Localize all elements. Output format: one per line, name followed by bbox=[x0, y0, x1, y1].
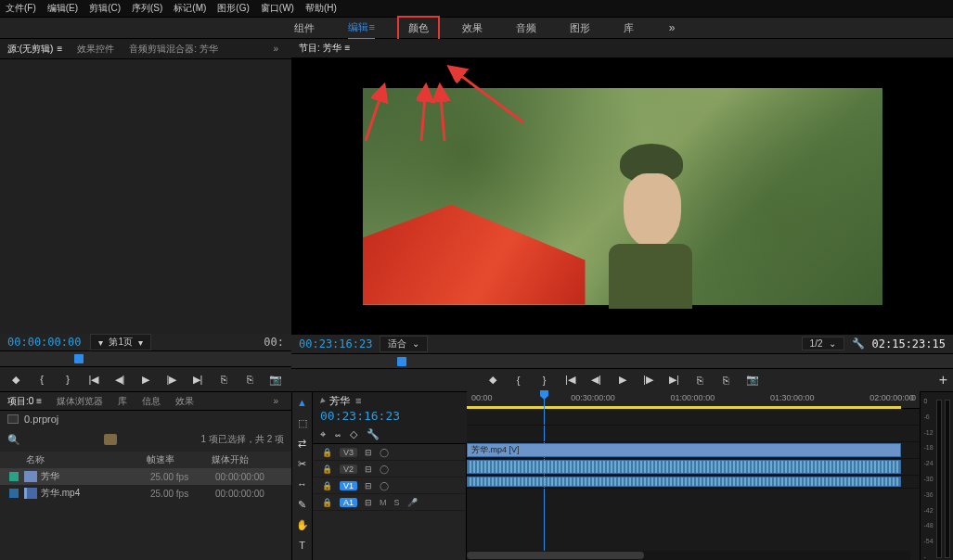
step-back-button[interactable]: ◀| bbox=[590, 374, 603, 387]
tab-project[interactable]: 项目:0 ≡ bbox=[0, 395, 49, 408]
hand-tool[interactable]: ✋ bbox=[296, 518, 309, 531]
menu-sequence[interactable]: 序列(S) bbox=[132, 2, 162, 15]
sync-lock-icon[interactable]: ⊟ bbox=[365, 481, 372, 490]
column-framerate[interactable]: 帧速率 bbox=[147, 453, 212, 466]
sync-lock-icon[interactable]: ⊟ bbox=[365, 448, 372, 457]
step-forward-button[interactable]: |▶ bbox=[165, 373, 178, 386]
lock-icon[interactable]: 🔒 bbox=[322, 498, 332, 507]
tab-effect-controls[interactable]: 效果控件 bbox=[70, 43, 122, 56]
goto-in-button[interactable]: |◀ bbox=[564, 374, 577, 387]
track-target[interactable]: V1 bbox=[340, 481, 357, 490]
goto-out-button[interactable]: ▶| bbox=[668, 374, 681, 387]
step-forward-button[interactable]: |▶ bbox=[642, 374, 655, 387]
video-clip[interactable]: 芳华.mp4 [V] bbox=[467, 443, 901, 457]
panel-overflow-icon[interactable]: » bbox=[265, 44, 286, 54]
slip-tool[interactable]: ↔ bbox=[296, 477, 309, 490]
mark-in-button[interactable]: { bbox=[512, 374, 525, 387]
project-item-video[interactable]: 芳华.mp4 25.00 fps 00:00:00:00 bbox=[0, 485, 291, 502]
workspace-audio[interactable]: 音频 bbox=[516, 21, 536, 35]
workspace-menu-icon[interactable]: ≡ bbox=[368, 21, 374, 32]
source-time-ruler[interactable] bbox=[0, 350, 291, 367]
sync-lock-icon[interactable]: ⊟ bbox=[365, 465, 372, 474]
workspace-graphics[interactable]: 图形 bbox=[570, 21, 590, 35]
ripple-edit-tool[interactable]: ⇄ bbox=[296, 437, 309, 450]
timeline-settings-icon[interactable]: 🔧 bbox=[367, 428, 380, 440]
timeline-h-scrollbar[interactable] bbox=[467, 551, 910, 560]
audio-clip[interactable] bbox=[467, 477, 901, 487]
column-media-start[interactable]: 媒体开始 bbox=[212, 453, 249, 466]
tab-effects-lower[interactable]: 效果 bbox=[168, 395, 201, 408]
workspace-effects[interactable]: 效果 bbox=[462, 21, 483, 35]
eye-icon[interactable]: ◯ bbox=[380, 465, 389, 474]
mark-in-button[interactable]: { bbox=[35, 373, 48, 386]
track-header-v1[interactable]: 🔒 V1 ⊟ ◯ bbox=[313, 477, 466, 494]
insert-button[interactable]: ⎘ bbox=[217, 373, 230, 386]
tab-audio-clip-mixer[interactable]: 音频剪辑混合器: 芳华 bbox=[122, 43, 225, 56]
export-frame-button[interactable]: 📷 bbox=[746, 374, 759, 387]
search-icon[interactable]: 🔍 bbox=[7, 434, 20, 446]
tab-libraries[interactable]: 库 bbox=[110, 395, 135, 408]
column-name[interactable]: 名称 bbox=[26, 453, 147, 466]
workspace-color[interactable]: 颜色 bbox=[397, 16, 440, 41]
snap-toggle[interactable]: ⌖ bbox=[320, 428, 326, 440]
pen-tool[interactable]: ✎ bbox=[296, 498, 309, 511]
program-time-ruler[interactable] bbox=[291, 353, 953, 369]
timeline-tracks[interactable]: 00:00 00:30:00:00 01:00:00:00 01:30:00:0… bbox=[467, 390, 920, 560]
scrollbar-thumb[interactable] bbox=[467, 552, 644, 559]
overwrite-button[interactable]: ⎘ bbox=[243, 373, 256, 386]
goto-in-button[interactable]: |◀ bbox=[87, 373, 100, 386]
selection-tool[interactable]: ▲ bbox=[296, 396, 309, 409]
lock-icon[interactable]: 🔒 bbox=[322, 448, 332, 457]
audio-clip[interactable] bbox=[467, 460, 901, 474]
track-header-v3[interactable]: 🔒 V3 ⊟ ◯ bbox=[313, 444, 466, 461]
sync-lock-icon[interactable]: ⊟ bbox=[365, 498, 372, 507]
track-target[interactable]: A1 bbox=[340, 498, 357, 507]
program-viewer[interactable] bbox=[291, 58, 953, 335]
track-select-tool[interactable]: ⬚ bbox=[296, 416, 309, 429]
mark-out-button[interactable]: } bbox=[538, 374, 551, 387]
workspace-libraries[interactable]: 库 bbox=[624, 21, 634, 35]
program-timecode[interactable]: 00:23:16:23 bbox=[299, 337, 372, 350]
step-back-button[interactable]: ◀| bbox=[113, 373, 126, 386]
tab-program[interactable]: 节目: 芳华≡ bbox=[291, 42, 357, 55]
source-timecode[interactable]: 00:00:00:00 bbox=[7, 336, 81, 349]
panel-menu-icon[interactable]: ≡ bbox=[57, 44, 62, 54]
type-tool[interactable]: T bbox=[296, 539, 309, 552]
program-zoom-fit[interactable]: 适合⌄ bbox=[380, 336, 428, 352]
tab-media-browser[interactable]: 媒体浏览器 bbox=[49, 395, 110, 408]
mark-out-button[interactable]: } bbox=[61, 373, 74, 386]
menu-edit[interactable]: 编辑(E) bbox=[47, 2, 78, 15]
menu-graphics[interactable]: 图形(G) bbox=[217, 2, 249, 15]
solo-button[interactable]: S bbox=[394, 498, 400, 507]
menu-file[interactable]: 文件(F) bbox=[6, 2, 36, 15]
play-button[interactable]: ▶ bbox=[616, 374, 629, 387]
menu-help[interactable]: 帮助(H) bbox=[305, 2, 337, 15]
add-marker-button[interactable]: ◆ bbox=[486, 374, 499, 387]
source-viewer[interactable] bbox=[0, 59, 291, 334]
track-lane-a1[interactable] bbox=[467, 459, 920, 476]
timeline-ruler[interactable]: 00:00 00:30:00:00 01:00:00:00 01:30:00:0… bbox=[467, 390, 920, 409]
workspace-editing[interactable]: 编辑≡ bbox=[348, 20, 374, 40]
source-playhead[interactable] bbox=[74, 354, 84, 363]
program-resolution[interactable]: 1/2⌄ bbox=[802, 337, 844, 350]
lock-icon[interactable]: 🔒 bbox=[322, 465, 332, 474]
close-icon[interactable]: ▾ bbox=[316, 394, 328, 406]
razor-tool[interactable]: ✂ bbox=[296, 457, 309, 470]
mute-button[interactable]: M bbox=[380, 498, 387, 507]
workspace-overflow-icon[interactable]: » bbox=[669, 21, 676, 34]
program-settings-icon[interactable]: 🔧 bbox=[852, 337, 865, 350]
button-editor-icon[interactable]: + bbox=[939, 372, 947, 388]
track-lane-a1b[interactable] bbox=[467, 476, 920, 489]
panel-overflow-icon[interactable]: » bbox=[265, 396, 286, 406]
panel-menu-icon[interactable]: ≡ bbox=[345, 43, 351, 53]
track-lane-v2[interactable] bbox=[467, 426, 920, 442]
track-lane-v3[interactable] bbox=[467, 409, 920, 426]
tab-source[interactable]: 源:(无剪辑)≡ bbox=[0, 43, 70, 56]
goto-out-button[interactable]: ▶| bbox=[191, 373, 204, 386]
track-header-a1[interactable]: 🔒 A1 ⊟ M S 🎤 bbox=[313, 494, 466, 511]
track-lane-v1[interactable]: 芳华.mp4 [V] bbox=[467, 442, 920, 459]
menu-marker[interactable]: 标记(M) bbox=[174, 2, 206, 15]
folder-icon[interactable] bbox=[104, 434, 117, 445]
add-marker-toggle[interactable]: ◇ bbox=[350, 428, 357, 440]
lift-button[interactable]: ⎘ bbox=[694, 374, 707, 387]
